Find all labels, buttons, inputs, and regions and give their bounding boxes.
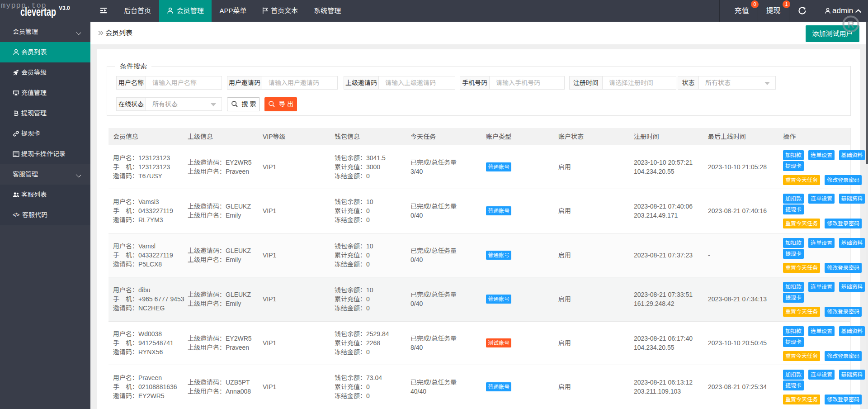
svg-text:R: R	[847, 19, 854, 29]
